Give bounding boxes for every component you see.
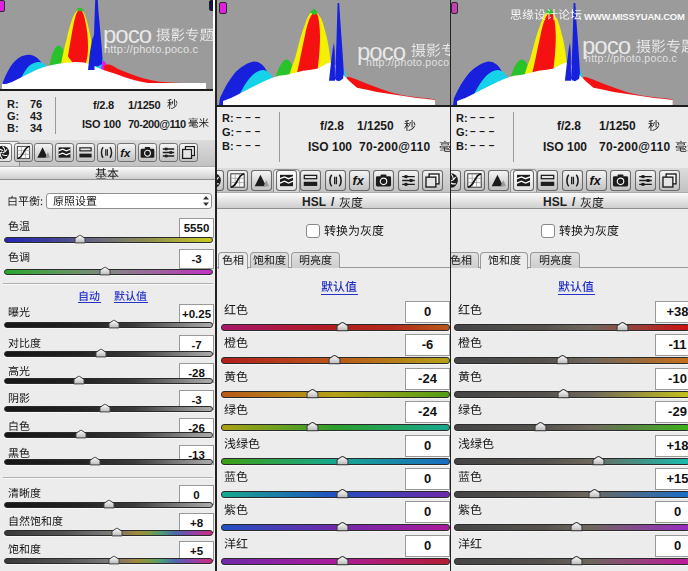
svg-text:fx: fx xyxy=(353,174,365,188)
svg-text:fx: fx xyxy=(120,147,131,159)
svg-text:fx: fx xyxy=(590,174,602,188)
